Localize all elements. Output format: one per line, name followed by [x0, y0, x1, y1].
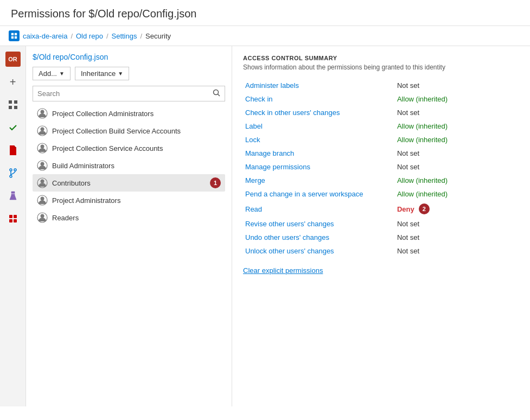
- clear-explicit-permissions-link[interactable]: Clear explicit permissions: [243, 266, 323, 275]
- permission-row: Undo other users' changesNot set: [243, 231, 519, 244]
- identity-avatar-icon: [37, 177, 48, 188]
- permission-name: Revise other users' changes: [243, 217, 395, 231]
- identity-item[interactable]: Project Collection Build Service Account…: [33, 122, 225, 139]
- permission-value: Not set: [395, 217, 519, 231]
- add-arrow: ▼: [59, 71, 65, 77]
- identity-name: Project Collection Administrators: [52, 110, 221, 118]
- permission-row: Unlock other users' changesNot set: [243, 244, 519, 258]
- breadcrumb-sep-3: /: [140, 32, 142, 40]
- identity-item[interactable]: Project Administrators: [33, 192, 225, 209]
- permission-value: Deny2: [395, 201, 519, 217]
- identity-name: Project Administrators: [52, 196, 221, 205]
- permission-row: Revise other users' changesNot set: [243, 217, 519, 231]
- permission-row: Manage permissionsNot set: [243, 160, 519, 174]
- path-label: $/Old repo/Config.json: [33, 53, 225, 61]
- nav-flask[interactable]: [2, 185, 24, 207]
- breadcrumb-security: Security: [145, 32, 171, 40]
- permission-value: Not set: [395, 106, 519, 119]
- svg-point-10: [14, 169, 16, 171]
- identity-panel: $/Old repo/Config.json Add... ▼ Inherita…: [26, 46, 232, 406]
- permission-row: Check in other users' changesNot set: [243, 106, 519, 119]
- permission-name: Merge: [243, 174, 395, 187]
- nav-puzzle[interactable]: [2, 208, 24, 230]
- svg-line-17: [218, 94, 220, 97]
- nav-sidebar: OR +: [0, 46, 26, 406]
- access-summary-title: ACCESS CONTROL SUMMARY: [243, 55, 519, 61]
- add-button[interactable]: Add... ▼: [33, 67, 71, 80]
- svg-point-28: [41, 197, 44, 201]
- svg-rect-5: [14, 100, 17, 104]
- svg-point-26: [41, 180, 44, 183]
- permission-name: Check in other users' changes: [243, 106, 395, 119]
- permission-value: Allow (inherited): [395, 92, 519, 106]
- permission-name: Label: [243, 119, 395, 133]
- svg-rect-2: [11, 36, 14, 39]
- page-title: Permissions for $/Old repo/Config.json: [11, 8, 519, 20]
- identity-item[interactable]: Readers: [33, 209, 225, 226]
- svg-point-18: [41, 110, 44, 114]
- breadcrumb-repo[interactable]: Old repo: [76, 32, 103, 40]
- svg-rect-6: [9, 106, 12, 109]
- inheritance-button[interactable]: Inheritance ▼: [75, 67, 129, 80]
- nav-board[interactable]: [2, 94, 24, 116]
- permission-row: Check inAllow (inherited): [243, 92, 519, 106]
- permission-value: Not set: [395, 160, 519, 174]
- permission-value: Allow (inherited): [395, 119, 519, 133]
- svg-rect-4: [9, 100, 12, 104]
- permission-name: Undo other users' changes: [243, 231, 395, 244]
- toolbar: Add... ▼ Inheritance ▼: [33, 67, 225, 80]
- identity-avatar-icon: [37, 108, 48, 119]
- permission-row: MergeAllow (inherited): [243, 174, 519, 187]
- identity-name: Project Collection Service Accounts: [52, 144, 221, 152]
- svg-rect-15: [14, 219, 17, 222]
- permissions-table: Administer labelsNot setCheck inAllow (i…: [243, 79, 519, 258]
- permission-name: Unlock other users' changes: [243, 244, 395, 258]
- breadcrumb-sep-2: /: [106, 32, 108, 40]
- nav-file[interactable]: [2, 139, 24, 161]
- permission-value: Not set: [395, 231, 519, 244]
- nav-add[interactable]: +: [2, 71, 24, 93]
- permission-value: Allow (inherited): [395, 174, 519, 187]
- identity-item[interactable]: Project Collection Administrators: [33, 105, 225, 122]
- permission-value: Not set: [395, 244, 519, 258]
- inheritance-arrow: ▼: [118, 71, 123, 77]
- svg-point-16: [214, 90, 219, 95]
- breadcrumb-sep-1: /: [71, 32, 73, 40]
- svg-point-24: [41, 162, 44, 166]
- org-icon: [9, 30, 20, 41]
- main-layout: OR + $/Old repo/Config.json Add...: [0, 46, 530, 406]
- svg-rect-3: [15, 36, 17, 39]
- svg-rect-13: [14, 215, 17, 218]
- nav-org-avatar[interactable]: OR: [2, 48, 24, 70]
- identity-item[interactable]: Project Collection Service Accounts: [33, 139, 225, 157]
- identity-list: Project Collection Administrators Projec…: [33, 105, 225, 400]
- search-button[interactable]: [208, 86, 225, 101]
- permission-value: Allow (inherited): [395, 187, 519, 201]
- breadcrumb: caixa-de-areia / Old repo / Settings / S…: [0, 26, 530, 46]
- permission-row: Manage branchNot set: [243, 147, 519, 160]
- permission-value: Allow (inherited): [395, 133, 519, 147]
- identity-item[interactable]: Build Administrators: [33, 157, 225, 174]
- search-input[interactable]: [33, 86, 208, 101]
- permission-value: Not set: [395, 147, 519, 160]
- identity-item[interactable]: Contributors1: [33, 174, 225, 192]
- identity-avatar-icon: [37, 143, 48, 154]
- permissions-panel: ACCESS CONTROL SUMMARY Shows information…: [232, 46, 530, 406]
- identity-avatar-icon: [37, 195, 48, 206]
- svg-rect-12: [9, 215, 12, 218]
- permission-row: ReadDeny2: [243, 201, 519, 217]
- permission-name: Check in: [243, 92, 395, 106]
- nav-checkmark[interactable]: [2, 117, 24, 138]
- permission-name: Read: [243, 201, 395, 217]
- svg-point-8: [10, 169, 12, 171]
- svg-point-22: [41, 145, 44, 149]
- svg-rect-0: [11, 33, 14, 35]
- breadcrumb-org[interactable]: caixa-de-areia: [23, 32, 67, 40]
- svg-point-20: [41, 128, 44, 131]
- svg-rect-7: [14, 106, 17, 109]
- permission-row: LockAllow (inherited): [243, 133, 519, 147]
- permission-name: Manage permissions: [243, 160, 395, 174]
- svg-rect-14: [9, 219, 12, 222]
- nav-branch[interactable]: [2, 162, 24, 184]
- breadcrumb-settings[interactable]: Settings: [112, 32, 137, 40]
